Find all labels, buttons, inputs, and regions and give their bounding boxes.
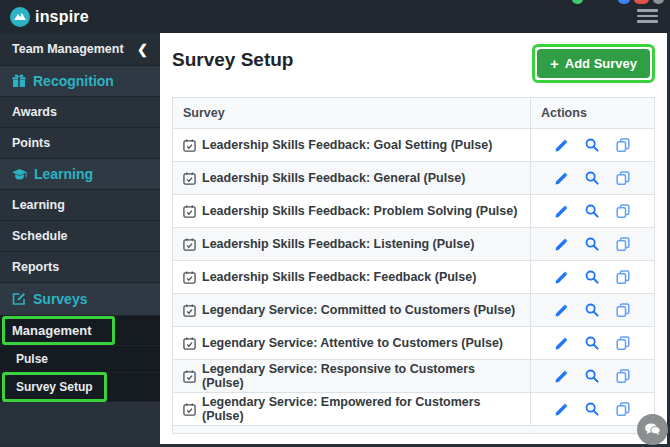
duplicate-icon[interactable] [616, 369, 630, 383]
duplicate-icon[interactable] [616, 138, 630, 152]
sidebar-section-recognition[interactable]: Recognition [0, 65, 160, 96]
survey-name: Legendary Service: Attentive to Customer… [202, 336, 503, 350]
edit-square-icon [12, 292, 26, 306]
preview-icon[interactable] [585, 402, 599, 416]
survey-name: Legendary Service: Responsive to Custome… [202, 362, 520, 390]
sidebar-item-label: Learning [12, 198, 65, 212]
clipped-green-icon [572, 0, 583, 4]
edit-icon[interactable] [555, 403, 568, 416]
inspire-logo-icon [10, 7, 30, 27]
table-row: Leadership Skills Feedback: Problem Solv… [173, 194, 654, 227]
add-survey-button[interactable]: + Add Survey [537, 49, 650, 78]
graduation-cap-icon [12, 168, 27, 181]
sidebar-item-survey-setup[interactable]: Survey Setup [0, 372, 160, 401]
duplicate-icon[interactable] [616, 204, 630, 218]
clipped-gray-icon [653, 0, 664, 4]
calendar-check-icon [183, 304, 196, 317]
preview-icon[interactable] [585, 336, 599, 350]
edit-icon[interactable] [555, 238, 568, 251]
duplicate-icon[interactable] [616, 336, 630, 350]
table-header-row: Survey Actions [173, 98, 654, 128]
chat-bubble-icon [644, 422, 661, 437]
sidebar-section-surveys[interactable]: Surveys [0, 282, 160, 315]
sidebar-item-reports[interactable]: Reports [0, 251, 160, 282]
table-row: Leadership Skills Feedback: Feedback (Pu… [173, 260, 654, 293]
sidebar-item-label: Reports [12, 260, 59, 274]
preview-icon[interactable] [585, 138, 599, 152]
survey-name: Leadership Skills Feedback: Goal Setting… [202, 138, 492, 152]
table-row: Leadership Skills Feedback: General (Pul… [173, 161, 654, 194]
edit-icon[interactable] [555, 205, 568, 218]
sidebar-filler [0, 401, 160, 444]
sidebar-item-label: Management [12, 323, 91, 338]
preview-icon[interactable] [585, 270, 599, 284]
sidebar-section-label: Surveys [33, 291, 87, 307]
sidebar-section-label: Recognition [33, 73, 114, 89]
clipped-red-icon [634, 0, 649, 4]
edit-icon[interactable] [555, 172, 568, 185]
menu-icon[interactable] [637, 9, 658, 26]
chat-button[interactable] [637, 414, 668, 445]
calendar-check-icon [183, 271, 196, 284]
preview-icon[interactable] [585, 237, 599, 251]
brand-name: inspire [35, 8, 89, 26]
calendar-check-icon [183, 337, 196, 350]
sidebar-collapse-label: Team Management [12, 42, 124, 56]
survey-name: Leadership Skills Feedback: Feedback (Pu… [202, 270, 476, 284]
duplicate-icon[interactable] [616, 402, 630, 416]
annotation-box-add-survey: + Add Survey [532, 44, 655, 83]
edit-icon[interactable] [555, 271, 568, 284]
survey-table: Survey Actions Leadership Skills Feedbac… [172, 97, 655, 433]
gift-icon [12, 74, 26, 88]
edit-icon[interactable] [555, 337, 568, 350]
clipped-blue-icon [618, 0, 630, 4]
preview-icon[interactable] [585, 369, 599, 383]
duplicate-icon[interactable] [616, 270, 630, 284]
survey-name: Leadership Skills Feedback: Problem Solv… [202, 204, 517, 218]
footnote: * Cannot delete scheduled surveys [172, 434, 655, 444]
sidebar-item-label: Survey Setup [16, 380, 93, 394]
table-row: Legendary Service: Empowered for Custome… [173, 392, 654, 425]
survey-name: Legendary Service: Empowered for Custome… [202, 395, 520, 423]
calendar-check-icon [183, 205, 196, 218]
duplicate-icon[interactable] [616, 303, 630, 317]
preview-icon[interactable] [585, 204, 599, 218]
sidebar-item-learning[interactable]: Learning [0, 189, 160, 220]
sidebar-item-points[interactable]: Points [0, 127, 160, 158]
table-row: Leadership Skills Feedback: Listening (P… [173, 227, 654, 260]
sidebar-collapse-toggle[interactable]: Team Management ❮ [0, 33, 160, 65]
preview-icon[interactable] [585, 171, 599, 185]
sidebar-item-label: Schedule [12, 229, 68, 243]
brand-logo[interactable]: inspire [10, 7, 89, 27]
table-row: Leadership Skills Feedback: Goal Setting… [173, 128, 654, 161]
duplicate-icon[interactable] [616, 237, 630, 251]
app-window: inspire Team Management ❮ Recognition [0, 0, 670, 447]
sidebar-item-management[interactable]: Management [0, 315, 160, 345]
edit-icon[interactable] [555, 139, 568, 152]
calendar-check-icon [183, 238, 196, 251]
sidebar-section-label: Learning [34, 166, 93, 182]
sidebar-item-label: Pulse [16, 352, 48, 366]
sidebar-item-schedule[interactable]: Schedule [0, 220, 160, 251]
sidebar-item-awards[interactable]: Awards [0, 96, 160, 127]
sidebar-section-learning[interactable]: Learning [0, 158, 160, 189]
preview-icon[interactable] [585, 303, 599, 317]
table-row: Legendary Service: Attentive to Customer… [173, 326, 654, 359]
calendar-check-icon [183, 172, 196, 185]
duplicate-icon[interactable] [616, 171, 630, 185]
edit-icon[interactable] [555, 370, 568, 383]
calendar-check-icon [183, 139, 196, 152]
survey-name: Leadership Skills Feedback: General (Pul… [202, 171, 465, 185]
add-survey-label: Add Survey [565, 56, 637, 71]
clipped-table-row [173, 425, 654, 433]
table-row: Legendary Service: Committed to Customer… [173, 293, 654, 326]
edit-icon[interactable] [555, 304, 568, 317]
table-row: Legendary Service: Responsive to Custome… [173, 359, 654, 392]
top-bar: inspire [0, 0, 670, 33]
calendar-check-icon [183, 403, 196, 416]
chevron-left-icon: ❮ [137, 42, 148, 57]
sidebar: Team Management ❮ Recognition Awards Poi… [0, 33, 160, 444]
main-content: Survey Setup + Add Survey Survey Actions… [160, 33, 667, 444]
sidebar-item-pulse[interactable]: Pulse [0, 345, 160, 372]
sidebar-item-label: Awards [12, 105, 57, 119]
